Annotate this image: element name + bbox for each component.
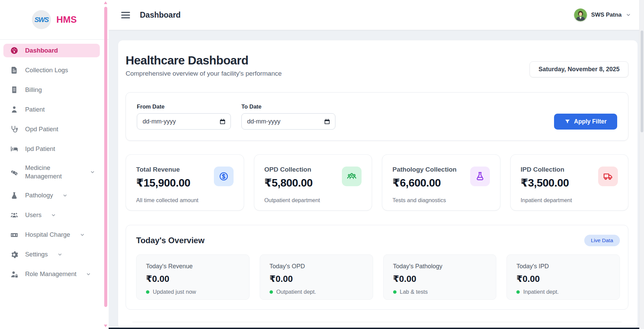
to-date-label: To Date: [241, 103, 335, 110]
chevron-down-icon: [90, 170, 95, 175]
scroll-up-arrow-icon[interactable]: [104, 1, 107, 4]
status-dot: [393, 290, 397, 294]
sidebar-item-hospital-charge[interactable]: Hospital Charge: [3, 228, 100, 242]
from-date-placeholder: dd-mm-yyyy: [143, 118, 176, 125]
sidebar-item-pathology[interactable]: Pathology: [3, 189, 100, 202]
chevron-down-icon: [51, 213, 56, 218]
sidebar-item-dashboard[interactable]: Dashboard: [3, 44, 100, 57]
dashboard-panel: Healthcare Dashboard Comprehensive overv…: [118, 40, 638, 329]
today-card-today-s-opd: Today's OPD ₹0.00 Outpatient dept.: [260, 254, 373, 300]
avatar: [574, 8, 587, 21]
gauge-icon: [10, 46, 18, 55]
patient-icon: [10, 105, 18, 114]
to-date-input[interactable]: dd-mm-yyyy: [241, 113, 335, 130]
page-header: Healthcare Dashboard Comprehensive overv…: [126, 54, 628, 77]
sidebar-scrollbar[interactable]: [104, 0, 108, 329]
bed-icon: [10, 145, 18, 153]
logo-text: SWS: [34, 16, 48, 24]
page-subtitle: Comprehensive overview of your facility'…: [126, 70, 282, 77]
stats-row: Total Revenue ₹15,900.00 All time collec…: [126, 154, 628, 211]
sidebar-item-billing[interactable]: Billing: [3, 83, 100, 97]
sidebar-item-users[interactable]: Users: [3, 209, 100, 222]
sidebar-toggle-icon[interactable]: [121, 11, 131, 20]
stethoscope-icon: [10, 125, 18, 133]
chevron-down-icon: [80, 232, 85, 237]
stat-card-pathology-collection: Pathology Collection ₹6,600.00 Tests and…: [382, 154, 500, 211]
sidebar-item-collection-logs[interactable]: Collection Logs: [3, 63, 100, 77]
scroll-down-arrow-icon[interactable]: [104, 325, 107, 327]
users-icon: [10, 211, 18, 219]
flask-outline-icon: [470, 167, 490, 186]
people-icon: [342, 167, 362, 186]
user-name: SWS Patna: [591, 12, 622, 18]
sidebar-item-ipd-patient[interactable]: Ipd Patient: [3, 142, 100, 156]
topbar-title: Dashboard: [140, 11, 181, 20]
page-scrollbar-thumb[interactable]: [641, 31, 643, 132]
chevron-down-icon: [86, 272, 91, 277]
topbar-left: Dashboard: [121, 11, 181, 20]
top-bar: Dashboard SWS Patna: [109, 0, 644, 30]
chevron-down-icon: [62, 193, 68, 198]
sidebar-menu: Dashboard Collection Logs Billing Patien…: [0, 40, 109, 281]
sidebar-item-settings[interactable]: Settings: [3, 248, 100, 262]
from-date-group: From Date dd-mm-yyyy: [137, 103, 231, 130]
chevron-down-icon: [626, 12, 631, 18]
status-dot: [270, 290, 273, 294]
receipt-icon: [10, 86, 18, 94]
live-data-badge: Live Data: [584, 235, 620, 246]
todays-cards-row: Today's Revenue ₹0.00 Updated just now T…: [136, 254, 620, 300]
to-date-group: To Date dd-mm-yyyy: [241, 103, 335, 130]
main-area: Dashboard SWS Patna: [109, 0, 644, 329]
user-menu[interactable]: SWS Patna: [574, 8, 631, 21]
brand-area: SWS HMS: [0, 0, 109, 39]
stat-card-opd-collection: OPD Collection ₹5,800.00 Outpatient depa…: [254, 154, 372, 211]
from-date-input[interactable]: dd-mm-yyyy: [137, 113, 231, 130]
apply-filter-label: Apply Filter: [574, 118, 607, 125]
from-date-label: From Date: [137, 103, 231, 110]
sidebar-item-opd-patient[interactable]: Opd Patient: [3, 122, 100, 136]
today-card-today-s-pathology: Today's Pathology ₹0.00 Lab & tests: [383, 254, 497, 300]
apply-filter-button[interactable]: Apply Filter: [554, 114, 617, 130]
content-area: Healthcare Dashboard Comprehensive overv…: [109, 30, 644, 329]
calendar-icon[interactable]: [219, 118, 226, 125]
calendar-icon[interactable]: [324, 118, 330, 125]
date-filter-panel: From Date dd-mm-yyyy To Date dd-mm-yyyy: [126, 92, 628, 141]
sidebar-item-role-management[interactable]: Role Management: [3, 268, 100, 281]
file-lines-icon: [10, 66, 18, 74]
page-title: Healthcare Dashboard: [126, 54, 282, 67]
current-date-badge: Saturday, November 8, 2025: [530, 61, 628, 77]
stat-card-ipd-collection: IPD Collection ₹3,500.00 Inpatient depar…: [510, 154, 629, 211]
today-card-today-s-revenue: Today's Revenue ₹0.00 Updated just now: [136, 254, 250, 300]
today-card-today-s-ipd: Today's IPD ₹0.00 Inpatient dept.: [507, 254, 620, 300]
todays-overview-section: Today's Overview Live Data Today's Reven…: [126, 225, 628, 310]
brand-title: HMS: [56, 15, 77, 25]
pills-icon: [10, 168, 18, 176]
window-bottom-edge: [109, 328, 639, 329]
sidebar-item-patient[interactable]: Patient: [3, 103, 100, 116]
gear-icon: [10, 251, 18, 259]
sidebar: SWS HMS Dashboard Collection Logs Billin…: [0, 0, 109, 329]
page-scrollbar[interactable]: [639, 0, 644, 329]
banknote-icon: [10, 231, 18, 239]
status-dot: [516, 290, 520, 294]
sws-logo: SWS: [32, 10, 51, 29]
app-window: SWS HMS Dashboard Collection Logs Billin…: [0, 0, 644, 329]
todays-overview-title: Today's Overview: [136, 236, 204, 245]
filter-funnel-icon: [565, 119, 570, 124]
sidebar-scrollbar-thumb[interactable]: [104, 7, 107, 307]
user-lock-icon: [10, 270, 18, 278]
dollar-circle-icon: [214, 167, 234, 186]
todays-overview-header: Today's Overview Live Data: [136, 235, 620, 246]
to-date-placeholder: dd-mm-yyyy: [247, 118, 280, 125]
flask-icon: [10, 192, 18, 200]
section-divider: [132, 322, 622, 322]
stat-card-total-revenue: Total Revenue ₹15,900.00 All time collec…: [126, 154, 244, 211]
sidebar-item-medicine-management[interactable]: Medicine Management: [3, 162, 100, 183]
status-dot: [146, 290, 149, 294]
chevron-down-icon: [57, 252, 62, 257]
truck-icon: [598, 167, 618, 186]
